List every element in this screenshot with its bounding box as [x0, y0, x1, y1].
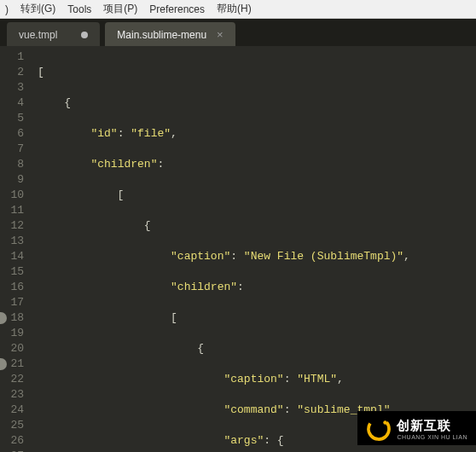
menu-tools[interactable]: Tools: [67, 3, 91, 15]
code-line: {: [38, 342, 204, 355]
menu-bar: ) 转到(G) Tools 项目(P) Preferences 帮助(H): [0, 0, 476, 19]
close-icon[interactable]: ×: [217, 28, 223, 41]
code-line: {: [38, 96, 71, 109]
code-area[interactable]: [ { "id": "file", "children": [ { "capti…: [31, 46, 410, 449]
tab-label: Main.sublime-menu: [117, 29, 206, 41]
gutter: 12345 678910 1112131415 1617181920 21222…: [0, 46, 31, 449]
menu-help[interactable]: 帮助(H): [217, 2, 252, 16]
menu-partial: ): [5, 3, 9, 15]
tab-vue-tmpl[interactable]: vue.tmpl: [7, 22, 100, 46]
menu-project[interactable]: 项目(P): [103, 2, 137, 16]
tab-label: vue.tmpl: [19, 29, 57, 41]
svg-point-1: [384, 420, 388, 425]
tab-bar: vue.tmpl Main.sublime-menu ×: [0, 19, 476, 46]
watermark-logo: 创新互联 CHUANG XIN HU LIAN: [357, 411, 476, 445]
tab-main-sublime-menu[interactable]: Main.sublime-menu ×: [105, 22, 235, 46]
svg-point-0: [366, 416, 392, 442]
dirty-indicator-icon: [81, 32, 88, 38]
menu-goto[interactable]: 转到(G): [20, 2, 55, 16]
code-line: {: [38, 219, 151, 232]
logo-icon: [366, 416, 392, 442]
logo-text: 创新互联: [397, 418, 467, 434]
code-line: [: [38, 188, 124, 201]
menu-preferences[interactable]: Preferences: [149, 3, 205, 15]
editor[interactable]: 12345 678910 1112131415 1617181920 21222…: [0, 46, 476, 449]
code-line: [: [38, 66, 44, 78]
code-line: [: [38, 311, 177, 324]
logo-subtext: CHUANG XIN HU LIAN: [397, 434, 467, 440]
